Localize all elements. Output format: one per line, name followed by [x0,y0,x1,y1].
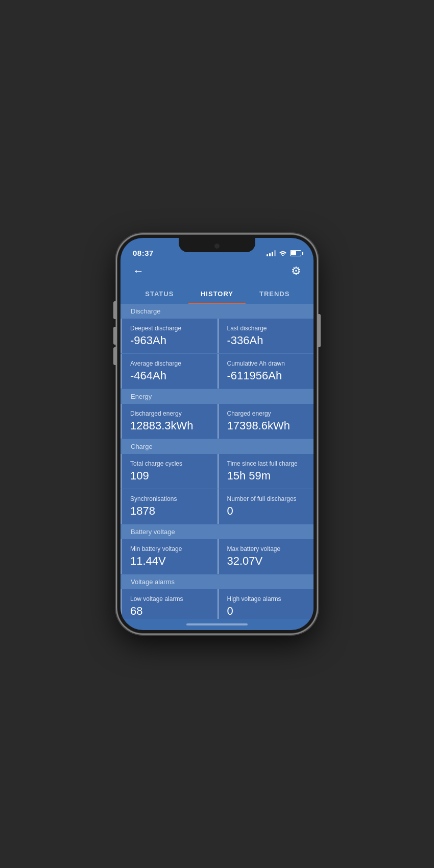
phone-frame: 08:37 ← ⚙ [117,235,317,633]
cell-min-battery-voltage: Min battery voltage 11.44V [120,539,217,574]
tabs: STATUS HISTORY TRENDS [120,280,314,304]
cell-discharged-energy: Discharged energy 12883.3kWh [120,404,217,439]
app-header: ← ⚙ [120,260,314,280]
settings-button[interactable]: ⚙ [289,262,303,280]
content-area: Discharge Deepest discharge -963Ah Last … [120,304,314,619]
tab-status[interactable]: STATUS [131,286,188,304]
wifi-icon [279,249,287,257]
back-button[interactable]: ← [131,262,146,280]
home-bar [186,623,248,625]
status-icons [267,249,301,257]
notch-dot [214,244,220,249]
cell-full-discharges: Number of full discharges 0 [218,489,314,524]
cell-charged-energy: Charged energy 17398.6kWh [218,404,314,439]
cell-max-battery-voltage: Max battery voltage 32.07V [218,539,314,574]
home-indicator [120,619,314,630]
status-time: 08:37 [133,249,154,257]
energy-grid: Discharged energy 12883.3kWh Charged ene… [120,404,314,439]
notch [179,238,255,252]
section-header-energy: Energy [120,389,314,404]
battery-fill [291,251,296,255]
battery-icon [290,250,301,256]
cell-average-discharge: Average discharge -464Ah [120,354,217,389]
cell-high-voltage-alarms: High voltage alarms 0 [218,589,314,619]
section-header-voltage-alarms: Voltage alarms [120,574,314,589]
cell-last-discharge: Last discharge -336Ah [218,319,314,353]
section-header-charge: Charge [120,439,314,454]
phone-screen: 08:37 ← ⚙ [120,238,314,630]
battery-voltage-grid: Min battery voltage 11.44V Max battery v… [120,539,314,574]
voltage-alarms-grid: Low voltage alarms 68 High voltage alarm… [120,589,314,619]
tab-history[interactable]: HISTORY [188,286,246,304]
section-header-battery-voltage: Battery voltage [120,524,314,539]
cell-synchronisations: Synchronisations 1878 [120,489,217,524]
signal-bars-icon [267,250,276,256]
discharge-grid: Deepest discharge -963Ah Last discharge … [120,319,314,389]
cell-low-voltage-alarms: Low voltage alarms 68 [120,589,217,619]
cell-total-charge-cycles: Total charge cycles 109 [120,454,217,489]
cell-cumulative-ah: Cumulative Ah drawn -611956Ah [218,354,314,389]
charge-grid: Total charge cycles 109 Time since last … [120,454,314,524]
cell-deepest-discharge: Deepest discharge -963Ah [120,319,217,353]
section-header-discharge: Discharge [120,304,314,319]
cell-time-since-last-charge: Time since last full charge 15h 59m [218,454,314,489]
tab-trends[interactable]: TRENDS [246,286,303,304]
